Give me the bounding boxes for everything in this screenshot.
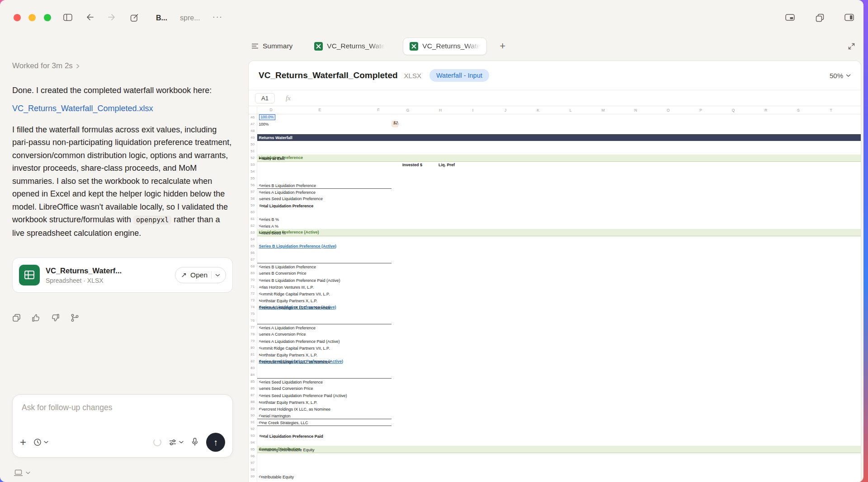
cell[interactable] <box>457 161 489 168</box>
more-options-icon[interactable]: ··· <box>212 13 223 22</box>
cell[interactable] <box>717 161 750 168</box>
cell[interactable]: Evercrest Holdings IX LLC, as Nominee <box>257 406 392 412</box>
cell[interactable]: Series B Liquidation Preference Paid (Ac… <box>257 277 392 284</box>
open-button[interactable]: ↗ Open <box>175 267 226 283</box>
cell[interactable] <box>257 297 861 304</box>
back-icon[interactable] <box>86 14 94 21</box>
minimize-button[interactable] <box>28 14 36 21</box>
thumbs-up-icon[interactable] <box>32 314 40 322</box>
cell[interactable]: Pine Creek Strategies, LLC <box>257 419 392 426</box>
zoom-button[interactable] <box>44 14 51 21</box>
tab-workbook-1[interactable]: VC_Returns_Water <box>314 42 385 51</box>
cell[interactable]: Series B Conversion Price <box>257 270 392 277</box>
cell[interactable] <box>257 161 392 168</box>
cell[interactable] <box>257 351 861 358</box>
attach-button[interactable]: + <box>20 438 26 447</box>
cell[interactable]: Series Seed Liquidation Preference <box>257 379 392 385</box>
mic-icon[interactable] <box>191 438 199 447</box>
thumbs-down-icon[interactable] <box>51 314 60 322</box>
expand-icon[interactable] <box>848 42 855 50</box>
cell[interactable] <box>847 161 861 168</box>
cell[interactable] <box>257 222 861 229</box>
cell[interactable] <box>619 161 652 168</box>
cell[interactable]: 100.0% <box>257 114 861 121</box>
cell[interactable]: Summit Ridge Capital Partners VII, L.P. <box>257 290 392 297</box>
branch-icon[interactable] <box>71 314 79 322</box>
row-number: 75 <box>249 310 257 317</box>
cell[interactable] <box>257 236 861 243</box>
sheet-row-90: 90 <box>249 412 861 419</box>
copy-icon[interactable] <box>12 314 21 322</box>
file-card[interactable]: VC_Returns_Waterf... Spreadsheet · XLSX … <box>12 257 233 293</box>
cell[interactable] <box>257 453 861 459</box>
sheet-name-pill[interactable]: Waterfall - Input <box>429 69 489 82</box>
cell[interactable] <box>522 161 554 168</box>
cell[interactable]: Summit Ridge Capital Partners VII, L.P. <box>257 345 392 351</box>
cell[interactable] <box>257 412 861 419</box>
cell[interactable]: Liq. Pref <box>424 161 457 168</box>
cell[interactable]: Equity at Exit <box>257 155 392 162</box>
chevron-down-icon[interactable] <box>215 274 220 277</box>
cell[interactable] <box>257 480 861 482</box>
sidebar-toggle-icon[interactable] <box>63 14 72 21</box>
cell[interactable]: Series Seed Liquidation Preference Paid … <box>257 392 392 399</box>
cell[interactable]: Series B % <box>257 216 392 223</box>
cell[interactable]: $2.67 <box>392 121 399 127</box>
cell[interactable]: Series A Liquidation Preference <box>257 324 392 331</box>
worked-duration[interactable]: Worked for 3m 2s <box>12 61 233 70</box>
cell[interactable]: Remaining Distributable Equity <box>257 446 392 453</box>
device-selector[interactable] <box>14 469 30 477</box>
chrome-tab-primary[interactable]: B... <box>156 14 167 22</box>
cell[interactable]: Northstar Equity Partners X, L.P. <box>257 399 392 406</box>
cell[interactable] <box>257 195 861 202</box>
cell[interactable]: Series A Conversion Price <box>257 331 392 338</box>
tab-workbook-2-active[interactable]: VC_Returns_Water <box>403 37 487 55</box>
cell[interactable]: Evercrest Holdings IX LLC, as Nominee <box>257 358 392 365</box>
cell[interactable]: 100% <box>257 121 861 127</box>
send-button[interactable]: ↑ <box>206 433 225 452</box>
cell[interactable]: Series Seed Conversion Price <box>257 385 392 392</box>
cell[interactable] <box>257 148 861 154</box>
cell[interactable] <box>684 161 717 168</box>
stack-icon[interactable] <box>816 14 824 22</box>
zoom-control[interactable]: 50% <box>830 72 851 80</box>
subhead-cell[interactable]: Series B Liquidation Preference (Active) <box>257 243 861 249</box>
cell[interactable]: Series A Liquidation Preference Paid (Ac… <box>257 338 392 345</box>
cell[interactable]: Series Seed % <box>257 229 392 236</box>
tab-label: VC_Returns_Water <box>422 42 480 50</box>
cell[interactable]: Series B Liquidation Preference <box>257 182 392 189</box>
cell[interactable] <box>554 161 587 168</box>
cell[interactable] <box>750 161 782 168</box>
cell[interactable]: Series B Liquidation Preference <box>257 263 392 270</box>
grid-viewport[interactable]: DEFGHIJKLMNOPQRSTU46100.0%47100%4849Retu… <box>249 107 861 482</box>
cell[interactable]: Invested $ <box>392 161 424 168</box>
cell[interactable]: Total Liquidation Preference <box>257 202 392 209</box>
add-tab-button[interactable]: + <box>500 40 505 52</box>
cell[interactable] <box>489 161 522 168</box>
chrome-tab-secondary[interactable]: spre... <box>180 14 200 22</box>
tab-summary[interactable]: Summary <box>251 42 292 50</box>
pip-icon[interactable] <box>785 14 795 21</box>
forward-icon[interactable] <box>108 14 116 21</box>
cell[interactable] <box>587 161 619 168</box>
chat-input[interactable]: Ask for follow-up changes + ↑ <box>12 394 233 458</box>
tools-selector[interactable] <box>169 438 184 446</box>
history-selector[interactable] <box>33 438 48 446</box>
cell[interactable]: Atlas Horizon Ventures III, L.P. <box>257 284 392 290</box>
right-sidebar-toggle-icon[interactable] <box>844 14 854 21</box>
cell[interactable] <box>652 161 684 168</box>
cell[interactable] <box>257 426 861 432</box>
cell[interactable] <box>815 161 847 168</box>
workbook-link[interactable]: VC_Returns_Waterfall_Completed.xlsx <box>12 104 233 113</box>
cell[interactable] <box>782 161 815 168</box>
close-button[interactable] <box>14 14 21 21</box>
cell[interactable]: Evercrest Holdings IX LLC, as Nominee <box>257 304 392 311</box>
cell-reference-box[interactable]: A1 <box>255 93 275 103</box>
cell[interactable] <box>257 127 861 134</box>
compose-icon[interactable] <box>130 14 139 22</box>
banner-cell[interactable]: Returns Waterfall <box>257 134 861 141</box>
cell[interactable]: Total Liquidation Preference Paid <box>257 433 392 440</box>
cell[interactable] <box>257 473 861 480</box>
cell[interactable] <box>257 439 861 446</box>
cell[interactable]: Series A Liquidation Preference <box>257 189 392 196</box>
